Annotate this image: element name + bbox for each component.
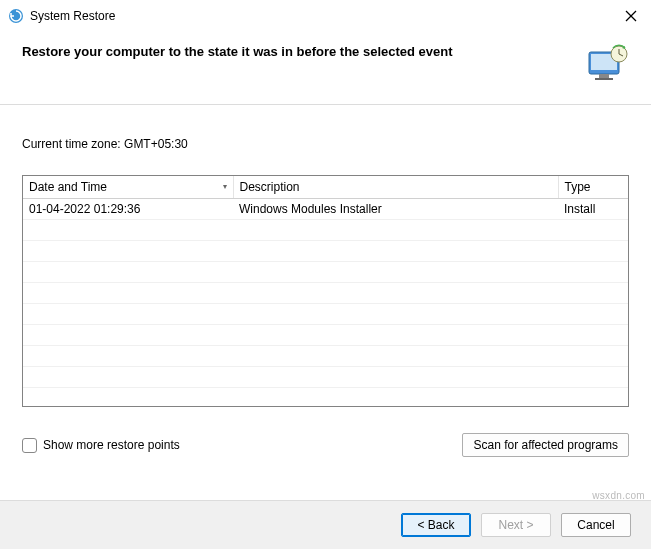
svg-rect-5 xyxy=(599,74,609,78)
show-more-checkbox[interactable] xyxy=(22,438,37,453)
table-row[interactable] xyxy=(23,262,628,283)
page-heading: Restore your computer to the state it wa… xyxy=(22,44,575,59)
table-row[interactable] xyxy=(23,220,628,241)
system-restore-icon xyxy=(8,8,24,24)
table-row[interactable] xyxy=(23,304,628,325)
wizard-footer: < Back Next > Cancel xyxy=(0,500,651,549)
cell-description: Windows Modules Installer xyxy=(233,199,558,220)
window-title: System Restore xyxy=(30,9,621,23)
close-icon xyxy=(625,10,637,22)
table-row[interactable] xyxy=(23,241,628,262)
table-row[interactable] xyxy=(23,325,628,346)
restore-points-table[interactable]: Date and Time ▾ Description Type 01-04-2… xyxy=(22,175,629,407)
scan-affected-button[interactable]: Scan for affected programs xyxy=(462,433,629,457)
table-row[interactable] xyxy=(23,283,628,304)
cancel-button[interactable]: Cancel xyxy=(561,513,631,537)
below-table-row: Show more restore points Scan for affect… xyxy=(22,433,629,457)
table-row[interactable] xyxy=(23,388,628,408)
column-header-type[interactable]: Type xyxy=(558,176,628,199)
table-header-row: Date and Time ▾ Description Type xyxy=(23,176,628,199)
column-header-description[interactable]: Description xyxy=(233,176,558,199)
sort-desc-icon: ▾ xyxy=(223,182,227,191)
show-more-checkbox-row[interactable]: Show more restore points xyxy=(22,438,180,453)
show-more-label: Show more restore points xyxy=(43,438,180,452)
page-header: Restore your computer to the state it wa… xyxy=(0,30,651,104)
cell-date: 01-04-2022 01:29:36 xyxy=(23,199,233,220)
next-button[interactable]: Next > xyxy=(481,513,551,537)
back-button[interactable]: < Back xyxy=(401,513,471,537)
close-button[interactable] xyxy=(621,6,641,26)
svg-rect-6 xyxy=(595,78,613,80)
titlebar: System Restore xyxy=(0,0,651,30)
restore-monitor-icon xyxy=(585,44,629,84)
table-row[interactable]: 01-04-2022 01:29:36 Windows Modules Inst… xyxy=(23,199,628,220)
main-content: Current time zone: GMT+05:30 Date and Ti… xyxy=(0,105,651,467)
timezone-label: Current time zone: GMT+05:30 xyxy=(22,137,629,151)
table-row[interactable] xyxy=(23,346,628,367)
table-row[interactable] xyxy=(23,367,628,388)
column-header-date[interactable]: Date and Time ▾ xyxy=(23,176,233,199)
cell-type: Install xyxy=(558,199,628,220)
